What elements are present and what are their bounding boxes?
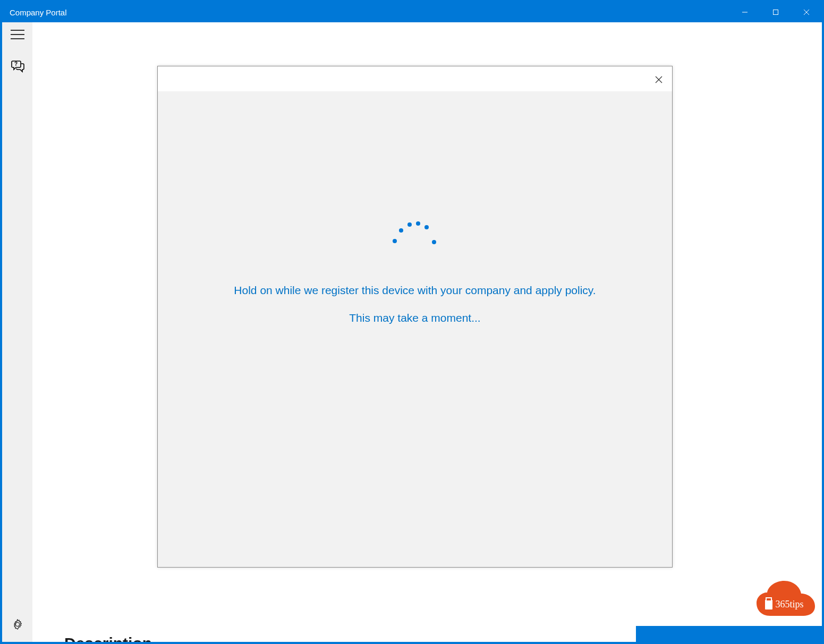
dialog-header [158, 66, 672, 91]
registration-dialog: Hold on while we register this device wi… [157, 66, 673, 568]
titlebar-buttons [729, 2, 822, 22]
hamburger-line [11, 38, 24, 39]
maximize-button[interactable] [760, 2, 791, 22]
close-icon [803, 9, 810, 15]
background-heading: Description [64, 634, 152, 642]
titlebar[interactable]: Company Portal [2, 2, 822, 22]
maximize-icon [772, 9, 779, 15]
window-frame: Company Portal [0, 0, 824, 644]
dialog-close-button[interactable] [651, 72, 667, 88]
hamburger-line [11, 30, 24, 31]
svg-rect-8 [766, 598, 771, 601]
app-window: Company Portal [2, 2, 822, 642]
close-icon [655, 75, 663, 84]
dialog-message-line2: This may take a moment... [349, 312, 480, 324]
gear-icon [12, 619, 23, 630]
settings-button[interactable] [12, 619, 23, 632]
dialog-message-line1: Hold on while we register this device wi… [234, 282, 596, 298]
minimize-button[interactable] [729, 2, 760, 22]
hamburger-line [11, 34, 24, 35]
help-chat-icon: ? [11, 59, 24, 73]
window-body: ? Description [2, 22, 822, 642]
cloud-badge-icon: 365tips [755, 580, 817, 620]
bottom-accent-bar [636, 626, 822, 642]
sidebar: ? [2, 22, 32, 642]
watermark-badge: 365tips [755, 580, 817, 620]
sidebar-top: ? [11, 22, 24, 75]
content-area: Description [32, 22, 822, 642]
minimize-icon [742, 9, 748, 15]
window-title: Company Portal [10, 8, 67, 17]
svg-text:365tips: 365tips [775, 599, 803, 609]
sidebar-bottom [2, 619, 32, 632]
loading-spinner-icon [388, 219, 441, 251]
help-support-button[interactable]: ? [11, 59, 24, 75]
svg-text:?: ? [14, 61, 17, 67]
close-button[interactable] [791, 2, 822, 22]
hamburger-menu-button[interactable] [11, 30, 24, 39]
svg-rect-1 [774, 10, 778, 15]
dialog-body: Hold on while we register this device wi… [158, 91, 672, 567]
